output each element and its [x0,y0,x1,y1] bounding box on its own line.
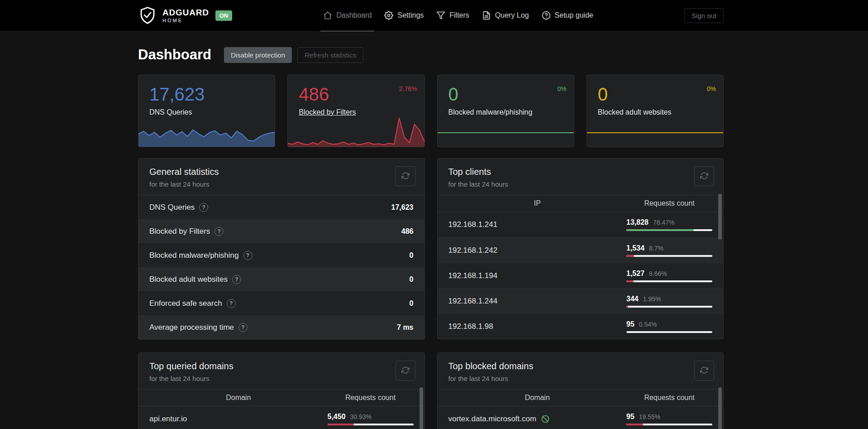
card-subtitle: for the last 24 hours [448,180,713,188]
progress-bar-fill [626,331,627,333]
requests-percent: 8.66% [649,270,667,277]
stats-label: Blocked malware/phishing? [149,251,253,260]
sparkline-chart [287,118,424,147]
nav-item-label: Filters [449,11,469,19]
requests-percent: 0.54% [639,321,657,328]
table-row: 192.168.1.2443441.95% [438,288,724,313]
nav-item-settings[interactable]: Settings [384,0,424,31]
flat-line-chart [438,132,574,133]
stats-value: 0 [410,299,414,308]
stat-card-blocked-adult-websites: 0Blocked adult websites0% [587,75,724,147]
main-nav: DashboardSettingsFiltersQuery LogSetup g… [323,0,593,31]
stats-label-text: Enforced safe search [149,299,222,308]
stat-value: 0 [438,75,574,104]
column-ip: IP [448,199,627,207]
gear-icon [384,11,393,20]
stats-label-text: DNS Queries [149,203,195,212]
shield-check-icon [138,6,157,25]
requests-cell: 5,45030.93% [328,413,414,425]
card-subtitle: for the last 24 hours [149,375,414,382]
stats-label: Blocked by Filters? [149,227,224,236]
stat-card-blocked-malware-phishing: 0Blocked malware/phishing0% [437,75,574,147]
help-icon[interactable]: ? [199,203,208,212]
requests-count-line: 1,5278.66% [626,270,712,278]
refresh-icon [700,366,708,376]
help-icon[interactable]: ? [232,275,241,284]
title-buttons: Disable protection Refresh statistics [224,47,363,63]
refresh-card-button[interactable] [694,361,714,381]
title-row: Dashboard Disable protection Refresh sta… [138,31,724,63]
table-header: IP Requests count [438,195,724,212]
help-icon[interactable]: ? [243,251,253,260]
adguard-home-logo[interactable]: ADGUARD HOME [138,6,209,25]
progress-bar [626,229,712,231]
progress-bar-fill [626,424,643,425]
domain-cell: vortex.data.microsoft.com [448,415,627,424]
nav-item-dashboard[interactable]: Dashboard [323,0,372,31]
requests-cell: 950.54% [626,320,712,333]
column-domain: Domain [149,394,328,402]
stat-percent: 0% [558,85,567,92]
refresh-card-button[interactable] [694,166,714,186]
stat-label: Blocked malware/phishing [438,108,574,116]
domain-name: api.entur.io [149,415,187,424]
blocked-service-icon [541,415,550,424]
requests-count-line: 1,5348.7% [626,244,712,252]
stats-row: Blocked adult websites?0 [138,267,424,291]
card-header: Top blocked domains for the last 24 hour… [438,353,724,390]
general-statistics-table: DNS Queries?17,623Blocked by Filters?486… [138,195,424,339]
refresh-card-button[interactable] [396,166,415,186]
scrollbar-thumb[interactable] [420,387,423,429]
progress-bar-fill [626,306,628,308]
table-header: Domain Requests count [138,390,424,406]
refresh-icon [401,172,410,181]
client-ip: 192.168.1.241 [448,220,498,229]
requests-cell: 3441.95% [626,295,712,308]
table-row: 192.168.1.1941,5278.66% [438,263,724,288]
help-icon[interactable]: ? [215,227,224,236]
nav-item-query-log[interactable]: Query Log [482,0,529,31]
sign-out-button[interactable]: Sign out [684,8,724,23]
client-ip-cell: 192.168.1.244 [448,297,627,306]
disable-protection-button[interactable]: Disable protection [224,47,292,63]
table-row: api.entur.io5,45030.93% [138,406,424,429]
requests-count: 13,828 [626,218,649,227]
scrollbar-thumb[interactable] [718,194,722,240]
progress-bar [626,306,712,308]
column-requests-count: Requests count [626,199,712,207]
top-blocked-domains-card: Top blocked domains for the last 24 hour… [437,352,724,429]
requests-count: 344 [626,295,639,303]
help-icon[interactable]: ? [238,323,248,332]
table-header: Domain Requests count [438,390,724,406]
middle-cards-row: General statistics for the last 24 hours… [138,158,724,340]
requests-percent: 1.95% [643,295,661,303]
requests-count-line: 3441.95% [626,295,712,303]
stats-value: 0 [410,275,414,284]
query-log-icon [482,11,491,20]
stats-row: Enforced safe search?0 [138,291,424,315]
table-row: vortex.data.microsoft.com9519.55% [438,406,724,429]
top-blocked-domains-table: vortex.data.microsoft.com9519.55% [438,406,724,429]
nav-item-label: Settings [397,11,424,19]
stats-label: DNS Queries? [149,203,208,212]
stats-row: Average processing time?7 ms [138,315,424,339]
requests-count: 1,534 [626,244,644,252]
help-icon[interactable]: ? [227,299,236,308]
filter-icon [436,11,445,20]
refresh-card-button[interactable] [396,361,415,381]
stats-value: 486 [401,227,414,236]
progress-bar-fill [626,255,634,257]
client-ip: 192.168.1.242 [448,246,498,255]
scrollbar-thumb[interactable] [718,387,722,429]
nav-item-filters[interactable]: Filters [436,0,469,31]
stats-value: 0 [410,251,414,260]
brand-text: ADGUARD HOME [162,8,209,23]
requests-count-line: 5,45030.93% [328,413,414,421]
nav-item-setup-guide[interactable]: Setup guide [542,0,593,31]
requests-count: 95 [626,320,634,328]
brand-name: ADGUARD [162,8,209,17]
column-domain: Domain [448,394,627,402]
refresh-statistics-button[interactable]: Refresh statistics [297,47,363,63]
requests-cell: 13,82878.47% [626,218,712,231]
stat-label-link[interactable]: Blocked by Filters [299,108,356,116]
